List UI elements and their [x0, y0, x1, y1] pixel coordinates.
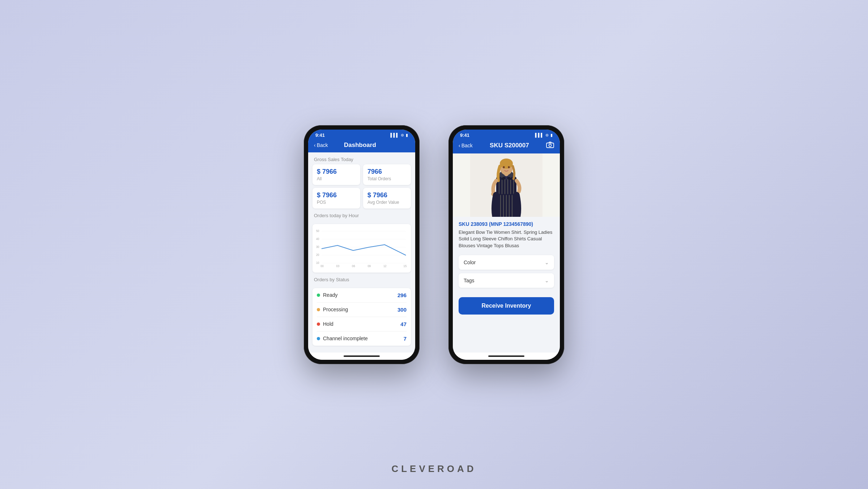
chart-box: 50 40 30 20 10: [312, 224, 411, 273]
chart-label: Orders today by Hour: [308, 208, 415, 220]
back-button-1[interactable]: ‹ Back: [314, 142, 328, 148]
home-bar-2: [488, 355, 524, 357]
status-dot-ready: [317, 294, 320, 297]
status-name-channel: Channel incomplete: [323, 336, 368, 341]
nav-bar-1: ‹ Back Dashboard: [308, 139, 415, 152]
signal-icon-2: ▌▌▌: [535, 133, 544, 137]
chart-section: 50 40 30 20 10: [308, 224, 415, 273]
orders-chart: 50 40 30 20 10: [316, 228, 407, 267]
brand-label: CLEVEROAD: [391, 463, 476, 475]
card-total-orders-value: 7966: [367, 168, 407, 176]
dashboard-content: Gross Sales Today $ 7966 All 7966 Total …: [308, 152, 415, 353]
status-count-processing: 300: [397, 307, 407, 313]
dropdown-section: Color ⌄ Tags ⌄: [453, 254, 560, 293]
status-box: Ready 296 Processing 300: [312, 288, 411, 346]
svg-rect-16: [546, 143, 554, 148]
tags-chevron-icon: ⌄: [545, 278, 549, 283]
svg-point-17: [549, 144, 551, 147]
svg-text:20: 20: [316, 253, 319, 257]
nav-title-1: Dashboard: [344, 142, 376, 149]
color-dropdown[interactable]: Color ⌄: [459, 255, 554, 270]
card-all[interactable]: $ 7966 All: [312, 164, 360, 185]
status-name-ready: Ready: [323, 292, 337, 298]
status-row-channel[interactable]: Channel incomplete 7: [317, 332, 407, 346]
sku-id: SKU 238093 (MNP 1234567890): [459, 221, 554, 227]
product-image-svg: [470, 153, 542, 217]
card-pos-value: $ 7966: [317, 191, 356, 199]
svg-text:06: 06: [352, 264, 355, 267]
status-row-ready[interactable]: Ready 296: [317, 288, 407, 303]
status-bar-2: 9:41 ▌▌▌ ⊛ ▮: [453, 130, 560, 139]
card-avg-order[interactable]: $ 7966 Avg Order Value: [363, 188, 411, 208]
battery-icon-2: ▮: [550, 133, 553, 138]
svg-text:15: 15: [404, 264, 407, 267]
product-info: SKU 238093 (MNP 1234567890) Elegant Bow …: [453, 217, 560, 254]
card-avg-order-value: $ 7966: [367, 191, 407, 199]
signal-icon-1: ▌▌▌: [391, 133, 399, 137]
color-chevron-icon: ⌄: [545, 260, 549, 265]
orders-status-label: Orders by Status: [308, 273, 415, 284]
status-time-1: 9:41: [315, 132, 325, 138]
card-all-value: $ 7966: [317, 168, 356, 176]
svg-text:30: 30: [316, 245, 319, 249]
status-time-2: 9:41: [460, 132, 469, 138]
status-name-hold: Hold: [323, 321, 333, 327]
phone-dashboard: 9:41 ▌▌▌ ⊛ ▮ ‹ Back Dashboard Gross: [304, 125, 420, 364]
svg-point-33: [503, 166, 505, 168]
card-avg-order-label: Avg Order Value: [367, 200, 407, 205]
camera-button[interactable]: [546, 142, 554, 150]
svg-text:03: 03: [336, 264, 340, 267]
home-indicator-2: [453, 353, 560, 360]
svg-text:12: 12: [383, 264, 387, 267]
product-description: Elegant Bow Tie Women Shirt. Spring Ladi…: [459, 229, 554, 250]
status-left-processing: Processing: [317, 307, 348, 312]
phones-container: 9:41 ▌▌▌ ⊛ ▮ ‹ Back Dashboard Gross: [304, 125, 564, 364]
color-label: Color: [464, 260, 476, 265]
back-label-2: Back: [461, 143, 473, 148]
phone-sku: 9:41 ▌▌▌ ⊛ ▮ ‹ Back SKU S200007: [448, 125, 564, 364]
status-count-hold: 47: [400, 321, 407, 327]
phone-dashboard-screen: 9:41 ▌▌▌ ⊛ ▮ ‹ Back Dashboard Gross: [308, 130, 415, 360]
sales-cards-grid: $ 7966 All 7966 Total Orders $ 7966 POS …: [308, 164, 415, 208]
card-total-orders[interactable]: 7966 Total Orders: [363, 164, 411, 185]
card-pos[interactable]: $ 7966 POS: [312, 188, 360, 208]
sku-content: SKU 238093 (MNP 1234567890) Elegant Bow …: [453, 153, 560, 353]
status-count-channel: 7: [404, 336, 407, 342]
phone-sku-screen: 9:41 ▌▌▌ ⊛ ▮ ‹ Back SKU S200007: [453, 130, 560, 360]
status-section: Ready 296 Processing 300: [308, 288, 415, 346]
status-row-hold[interactable]: Hold 47: [317, 317, 407, 332]
wifi-icon-1: ⊛: [401, 133, 404, 138]
status-left-channel: Channel incomplete: [317, 336, 368, 341]
status-dot-hold: [317, 323, 320, 326]
svg-text:50: 50: [316, 229, 319, 233]
gross-sales-label: Gross Sales Today: [308, 152, 415, 164]
card-total-orders-label: Total Orders: [367, 176, 407, 181]
card-all-label: All: [317, 176, 356, 181]
status-bar-1: 9:41 ▌▌▌ ⊛ ▮: [308, 130, 415, 139]
nav-title-2: SKU S200007: [490, 142, 529, 149]
tags-dropdown[interactable]: Tags ⌄: [459, 273, 554, 288]
back-button-2[interactable]: ‹ Back: [459, 143, 473, 148]
card-pos-label: POS: [317, 200, 356, 205]
svg-text:40: 40: [316, 237, 319, 241]
status-icons-2: ▌▌▌ ⊛ ▮: [535, 133, 553, 138]
status-dot-processing: [317, 308, 320, 311]
home-bar-1: [344, 355, 380, 357]
chevron-left-icon-1: ‹: [314, 142, 316, 148]
back-label-1: Back: [317, 142, 328, 148]
status-left-hold: Hold: [317, 321, 333, 327]
svg-text:00: 00: [320, 264, 324, 267]
nav-bar-2: ‹ Back SKU S200007: [453, 139, 560, 153]
svg-text:10: 10: [316, 261, 319, 265]
status-dot-channel: [317, 337, 320, 340]
status-left-ready: Ready: [317, 292, 337, 298]
wifi-icon-2: ⊛: [545, 133, 549, 138]
svg-point-34: [508, 166, 510, 168]
status-name-processing: Processing: [323, 307, 348, 312]
status-row-processing[interactable]: Processing 300: [317, 303, 407, 317]
tags-label: Tags: [464, 278, 475, 283]
status-count-ready: 296: [397, 292, 407, 298]
svg-text:09: 09: [368, 264, 371, 267]
receive-inventory-button[interactable]: Receive Inventory: [459, 297, 554, 315]
home-indicator-1: [308, 353, 415, 360]
